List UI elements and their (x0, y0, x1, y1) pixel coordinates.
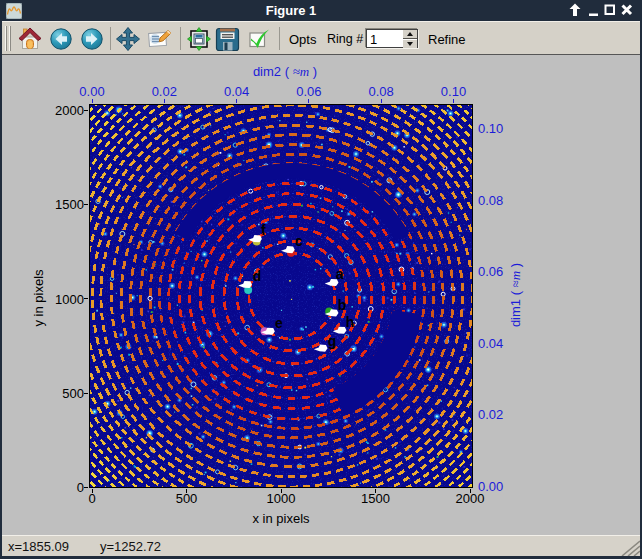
svg-text:d: d (253, 268, 262, 284)
svg-text:e: e (275, 315, 283, 331)
svg-text:h: h (346, 314, 354, 330)
svg-text:g: g (328, 333, 337, 349)
svg-text:b: b (338, 297, 347, 313)
svg-text:a: a (336, 266, 344, 282)
svg-text:c: c (295, 233, 303, 249)
svg-text:f: f (261, 222, 266, 238)
